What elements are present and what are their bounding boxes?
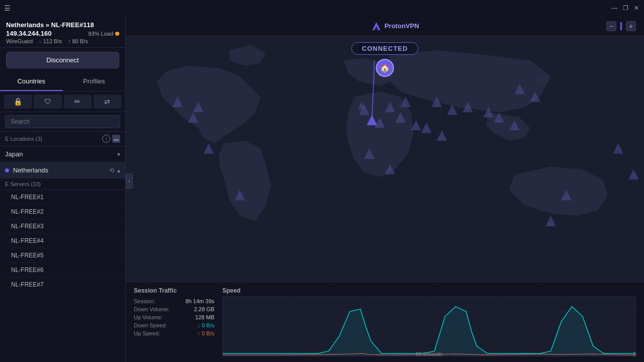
server-load: 83% Load (88, 31, 119, 37)
close-button[interactable]: ✕ (633, 5, 640, 12)
zoom-in-button[interactable]: + (626, 21, 636, 31)
country-name-japan: Japan (5, 150, 117, 158)
tab-countries[interactable]: Countries (0, 72, 63, 91)
up-speed: ↑ 80 B/s (68, 38, 88, 44)
speed-seconds-label: 60 Seconds (416, 351, 443, 357)
hamburger-icon[interactable]: ☰ (4, 4, 11, 12)
up-volume-row: Up Volume: 128 MB (134, 314, 214, 320)
server-item-nl3[interactable]: NL-FREE#3 (0, 219, 125, 234)
zoom-out-button[interactable]: − (606, 21, 616, 31)
collapse-country-icon[interactable]: ▴ (117, 167, 120, 174)
up-speed-row: Up Speed: ↑ 0 B/s (134, 330, 214, 336)
filter-sort[interactable]: ⇄ (94, 95, 121, 109)
zoom-controls: − + (606, 21, 636, 31)
country-name-netherlands: Netherlands (13, 166, 109, 174)
server-header: Netherlands » NL-FREE#118 149.34.244.160… (0, 16, 125, 48)
map-container[interactable]: CONNECTED 🏠 (126, 36, 644, 282)
country-row-japan[interactable]: Japan ▾ (0, 146, 125, 162)
load-indicator (115, 32, 119, 36)
country-row-netherlands[interactable]: Netherlands ⟲ ▴ (0, 162, 125, 178)
server-item-nl5[interactable]: NL-FREE#5 (0, 248, 125, 263)
minimize-button[interactable]: — (611, 5, 618, 12)
zoom-bar (620, 22, 622, 30)
sidebar: Netherlands » NL-FREE#118 149.34.244.160… (0, 16, 126, 362)
speed-chart: Speed 150 KB/s (222, 287, 636, 357)
tab-profiles[interactable]: Profiles (63, 72, 126, 91)
proton-logo-icon (371, 21, 381, 31)
sidebar-toggle[interactable]: ‹ (126, 173, 133, 189)
disconnect-button[interactable]: Disconnect (6, 52, 119, 68)
expand-icon-japan[interactable]: ▾ (117, 151, 120, 158)
active-dot (5, 168, 9, 172)
server-ip: 149.34.244.160 (6, 30, 51, 37)
connected-label: CONNECTED (351, 42, 418, 55)
down-speed: ↓ 112 B/s (39, 38, 62, 44)
server-item-nl7[interactable]: NL-FREE#7 (0, 278, 125, 292)
free-locations: E Locations (3) i ▬ (0, 132, 125, 146)
main-content: ProtonVPN − + CONNECTED 🏠 (126, 16, 644, 362)
session-traffic: Session Traffic Session: 8h 14m 39s Down… (134, 287, 214, 357)
filter-shield[interactable]: 🛡 (34, 95, 61, 109)
server-item-nl1[interactable]: NL-FREE#1 (0, 190, 125, 205)
filter-bar: 🔒 🛡 ✏ ⇄ (0, 92, 125, 112)
topbar: ProtonVPN − + (126, 16, 644, 36)
info-icon[interactable]: i (102, 135, 110, 143)
session-traffic-label: Session Traffic (134, 287, 214, 294)
bottom-panel: Session Traffic Session: 8h 14m 39s Down… (126, 282, 644, 362)
titlebar: ☰ — ❐ ✕ (0, 0, 644, 16)
chart-svg (222, 296, 636, 356)
filter-edit[interactable]: ✏ (64, 95, 92, 109)
proton-logo: ProtonVPN (371, 21, 419, 31)
protocol-label: WireGuard (6, 38, 33, 44)
server-list: Japan ▾ Netherlands ⟲ ▴ E Servers (33) N… (0, 146, 125, 362)
server-name: Netherlands » NL-FREE#118 (6, 21, 119, 29)
maximize-button[interactable]: ❐ (622, 5, 629, 12)
filter-secure-core[interactable]: 🔒 (4, 95, 32, 109)
speed-zero-label: 0 (633, 351, 636, 357)
collapse-button[interactable]: ▬ (112, 135, 120, 143)
home-icon: 🏠 (376, 59, 394, 77)
search-container (0, 112, 125, 132)
protocol-row: WireGuard ↓ 112 B/s ↑ 80 B/s (6, 38, 119, 44)
down-volume-row: Down Volume: 2.28 GB (134, 306, 214, 312)
server-item-nl6[interactable]: NL-FREE#6 (0, 263, 125, 278)
server-item-nl2[interactable]: NL-FREE#2 (0, 205, 125, 219)
search-input[interactable] (5, 115, 120, 128)
session-row: Session: 8h 14m 39s (134, 298, 214, 304)
servers-count: E Servers (33) (0, 178, 125, 190)
server-item-nl4[interactable]: NL-FREE#4 (0, 234, 125, 248)
speed-label: Speed (222, 287, 636, 294)
down-speed-row: Down Speed: ↓ 0 B/s (134, 322, 214, 328)
tabs: Countries Profiles (0, 72, 125, 92)
reconnect-icon[interactable]: ⟲ (109, 167, 114, 174)
home-node: 🏠 (376, 59, 394, 77)
